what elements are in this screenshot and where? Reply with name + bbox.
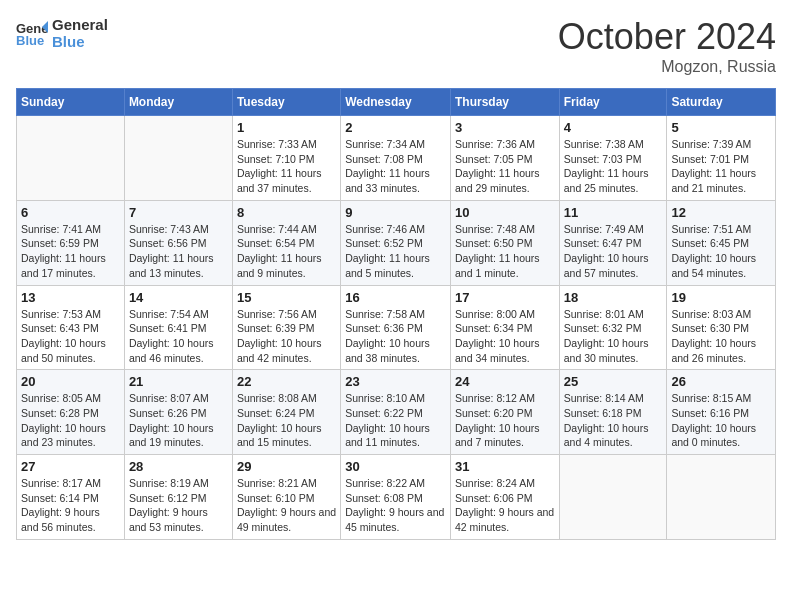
calendar-cell: 12Sunrise: 7:51 AMSunset: 6:45 PMDayligh… — [667, 200, 776, 285]
month-title: October 2024 — [558, 16, 776, 58]
day-info: Sunrise: 7:56 AMSunset: 6:39 PMDaylight:… — [237, 307, 336, 366]
calendar-week-row: 6Sunrise: 7:41 AMSunset: 6:59 PMDaylight… — [17, 200, 776, 285]
calendar-cell: 5Sunrise: 7:39 AMSunset: 7:01 PMDaylight… — [667, 116, 776, 201]
header-day-wednesday: Wednesday — [341, 89, 451, 116]
day-number: 4 — [564, 120, 663, 135]
day-info: Sunrise: 8:10 AMSunset: 6:22 PMDaylight:… — [345, 391, 446, 450]
calendar-cell: 17Sunrise: 8:00 AMSunset: 6:34 PMDayligh… — [450, 285, 559, 370]
day-info: Sunrise: 8:08 AMSunset: 6:24 PMDaylight:… — [237, 391, 336, 450]
day-number: 1 — [237, 120, 336, 135]
calendar-week-row: 13Sunrise: 7:53 AMSunset: 6:43 PMDayligh… — [17, 285, 776, 370]
day-info: Sunrise: 8:00 AMSunset: 6:34 PMDaylight:… — [455, 307, 555, 366]
day-number: 29 — [237, 459, 336, 474]
day-number: 9 — [345, 205, 446, 220]
calendar-cell: 21Sunrise: 8:07 AMSunset: 6:26 PMDayligh… — [124, 370, 232, 455]
day-number: 12 — [671, 205, 771, 220]
calendar-cell: 10Sunrise: 7:48 AMSunset: 6:50 PMDayligh… — [450, 200, 559, 285]
day-info: Sunrise: 7:43 AMSunset: 6:56 PMDaylight:… — [129, 222, 228, 281]
day-info: Sunrise: 7:51 AMSunset: 6:45 PMDaylight:… — [671, 222, 771, 281]
calendar-cell: 16Sunrise: 7:58 AMSunset: 6:36 PMDayligh… — [341, 285, 451, 370]
calendar-cell: 13Sunrise: 7:53 AMSunset: 6:43 PMDayligh… — [17, 285, 125, 370]
day-info: Sunrise: 8:21 AMSunset: 6:10 PMDaylight:… — [237, 476, 336, 535]
calendar-cell: 29Sunrise: 8:21 AMSunset: 6:10 PMDayligh… — [232, 455, 340, 540]
day-number: 20 — [21, 374, 120, 389]
day-number: 30 — [345, 459, 446, 474]
calendar-cell — [559, 455, 667, 540]
calendar-cell — [124, 116, 232, 201]
calendar-cell: 20Sunrise: 8:05 AMSunset: 6:28 PMDayligh… — [17, 370, 125, 455]
day-number: 22 — [237, 374, 336, 389]
calendar-cell: 25Sunrise: 8:14 AMSunset: 6:18 PMDayligh… — [559, 370, 667, 455]
calendar-cell: 11Sunrise: 7:49 AMSunset: 6:47 PMDayligh… — [559, 200, 667, 285]
day-info: Sunrise: 8:17 AMSunset: 6:14 PMDaylight:… — [21, 476, 120, 535]
calendar-cell: 3Sunrise: 7:36 AMSunset: 7:05 PMDaylight… — [450, 116, 559, 201]
day-number: 2 — [345, 120, 446, 135]
day-info: Sunrise: 8:01 AMSunset: 6:32 PMDaylight:… — [564, 307, 663, 366]
day-info: Sunrise: 7:54 AMSunset: 6:41 PMDaylight:… — [129, 307, 228, 366]
day-info: Sunrise: 7:33 AMSunset: 7:10 PMDaylight:… — [237, 137, 336, 196]
day-number: 13 — [21, 290, 120, 305]
day-number: 25 — [564, 374, 663, 389]
calendar-cell: 27Sunrise: 8:17 AMSunset: 6:14 PMDayligh… — [17, 455, 125, 540]
calendar-cell — [17, 116, 125, 201]
calendar-cell: 9Sunrise: 7:46 AMSunset: 6:52 PMDaylight… — [341, 200, 451, 285]
day-number: 15 — [237, 290, 336, 305]
day-number: 10 — [455, 205, 555, 220]
calendar-cell: 1Sunrise: 7:33 AMSunset: 7:10 PMDaylight… — [232, 116, 340, 201]
header-day-thursday: Thursday — [450, 89, 559, 116]
day-number: 7 — [129, 205, 228, 220]
calendar-body: 1Sunrise: 7:33 AMSunset: 7:10 PMDaylight… — [17, 116, 776, 540]
location: Mogzon, Russia — [558, 58, 776, 76]
calendar-cell — [667, 455, 776, 540]
calendar-cell: 30Sunrise: 8:22 AMSunset: 6:08 PMDayligh… — [341, 455, 451, 540]
calendar-week-row: 27Sunrise: 8:17 AMSunset: 6:14 PMDayligh… — [17, 455, 776, 540]
calendar-header-row: SundayMondayTuesdayWednesdayThursdayFrid… — [17, 89, 776, 116]
day-info: Sunrise: 8:19 AMSunset: 6:12 PMDaylight:… — [129, 476, 228, 535]
day-number: 21 — [129, 374, 228, 389]
day-info: Sunrise: 7:38 AMSunset: 7:03 PMDaylight:… — [564, 137, 663, 196]
calendar-cell: 7Sunrise: 7:43 AMSunset: 6:56 PMDaylight… — [124, 200, 232, 285]
calendar-cell: 23Sunrise: 8:10 AMSunset: 6:22 PMDayligh… — [341, 370, 451, 455]
day-info: Sunrise: 8:03 AMSunset: 6:30 PMDaylight:… — [671, 307, 771, 366]
calendar-cell: 6Sunrise: 7:41 AMSunset: 6:59 PMDaylight… — [17, 200, 125, 285]
day-number: 17 — [455, 290, 555, 305]
day-info: Sunrise: 7:41 AMSunset: 6:59 PMDaylight:… — [21, 222, 120, 281]
calendar-cell: 2Sunrise: 7:34 AMSunset: 7:08 PMDaylight… — [341, 116, 451, 201]
day-number: 23 — [345, 374, 446, 389]
day-number: 19 — [671, 290, 771, 305]
day-info: Sunrise: 7:49 AMSunset: 6:47 PMDaylight:… — [564, 222, 663, 281]
calendar-cell: 15Sunrise: 7:56 AMSunset: 6:39 PMDayligh… — [232, 285, 340, 370]
calendar-table: SundayMondayTuesdayWednesdayThursdayFrid… — [16, 88, 776, 540]
day-info: Sunrise: 8:22 AMSunset: 6:08 PMDaylight:… — [345, 476, 446, 535]
calendar-cell: 28Sunrise: 8:19 AMSunset: 6:12 PMDayligh… — [124, 455, 232, 540]
header: General Blue General Blue October 2024 M… — [16, 16, 776, 76]
day-number: 24 — [455, 374, 555, 389]
day-number: 16 — [345, 290, 446, 305]
title-area: October 2024 Mogzon, Russia — [558, 16, 776, 76]
day-info: Sunrise: 7:36 AMSunset: 7:05 PMDaylight:… — [455, 137, 555, 196]
day-info: Sunrise: 8:07 AMSunset: 6:26 PMDaylight:… — [129, 391, 228, 450]
day-number: 8 — [237, 205, 336, 220]
header-day-monday: Monday — [124, 89, 232, 116]
day-info: Sunrise: 7:46 AMSunset: 6:52 PMDaylight:… — [345, 222, 446, 281]
header-day-friday: Friday — [559, 89, 667, 116]
day-info: Sunrise: 7:44 AMSunset: 6:54 PMDaylight:… — [237, 222, 336, 281]
calendar-cell: 19Sunrise: 8:03 AMSunset: 6:30 PMDayligh… — [667, 285, 776, 370]
calendar-week-row: 20Sunrise: 8:05 AMSunset: 6:28 PMDayligh… — [17, 370, 776, 455]
calendar-week-row: 1Sunrise: 7:33 AMSunset: 7:10 PMDaylight… — [17, 116, 776, 201]
calendar-cell: 14Sunrise: 7:54 AMSunset: 6:41 PMDayligh… — [124, 285, 232, 370]
day-number: 27 — [21, 459, 120, 474]
day-info: Sunrise: 7:58 AMSunset: 6:36 PMDaylight:… — [345, 307, 446, 366]
day-number: 18 — [564, 290, 663, 305]
calendar-cell: 22Sunrise: 8:08 AMSunset: 6:24 PMDayligh… — [232, 370, 340, 455]
day-number: 26 — [671, 374, 771, 389]
header-day-saturday: Saturday — [667, 89, 776, 116]
calendar-cell: 8Sunrise: 7:44 AMSunset: 6:54 PMDaylight… — [232, 200, 340, 285]
day-info: Sunrise: 7:48 AMSunset: 6:50 PMDaylight:… — [455, 222, 555, 281]
calendar-cell: 26Sunrise: 8:15 AMSunset: 6:16 PMDayligh… — [667, 370, 776, 455]
day-info: Sunrise: 7:34 AMSunset: 7:08 PMDaylight:… — [345, 137, 446, 196]
day-number: 5 — [671, 120, 771, 135]
calendar-cell: 4Sunrise: 7:38 AMSunset: 7:03 PMDaylight… — [559, 116, 667, 201]
day-number: 11 — [564, 205, 663, 220]
header-day-sunday: Sunday — [17, 89, 125, 116]
